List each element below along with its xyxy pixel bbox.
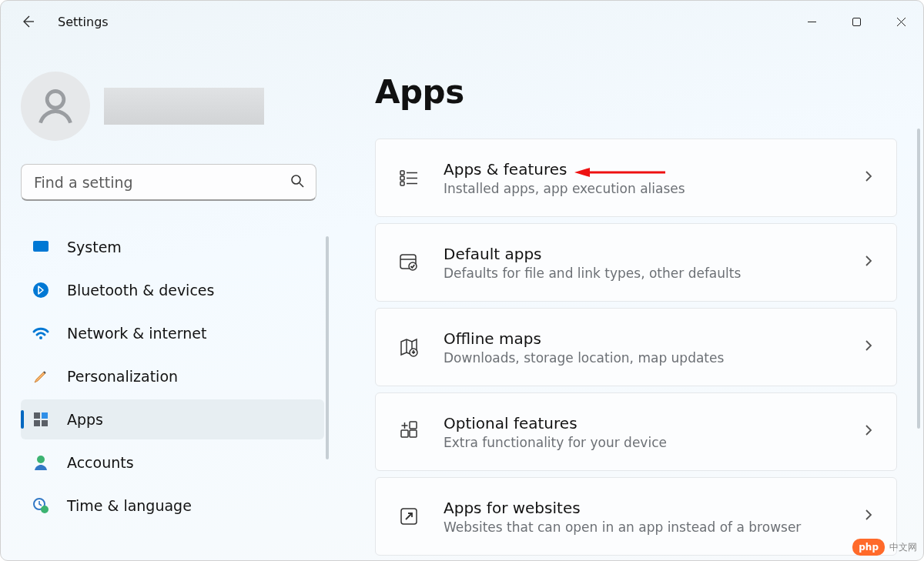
chevron-right-icon bbox=[862, 509, 875, 524]
back-button[interactable] bbox=[19, 13, 36, 30]
app-title: Settings bbox=[58, 15, 109, 29]
card-title: Apps for websites bbox=[444, 499, 839, 517]
card-subtitle: Websites that can open in an app instead… bbox=[444, 519, 839, 535]
card-offline-maps[interactable]: Offline maps Downloads, storage location… bbox=[375, 308, 897, 386]
card-subtitle: Downloads, storage location, map updates bbox=[444, 350, 839, 366]
sidebar-item-bluetooth[interactable]: Bluetooth & devices bbox=[21, 270, 324, 310]
watermark-text: 中文网 bbox=[889, 541, 917, 554]
content-body: System Bluetooth & devices Network & int… bbox=[1, 1, 923, 560]
card-body: Default apps Defaults for file and link … bbox=[444, 245, 839, 281]
sidebar: System Bluetooth & devices Network & int… bbox=[1, 55, 332, 560]
apps-icon bbox=[32, 410, 50, 429]
maximize-button[interactable] bbox=[834, 6, 879, 37]
card-body: Optional features Extra functionality fo… bbox=[444, 414, 839, 450]
bluetooth-icon bbox=[32, 281, 50, 299]
watermark: php 中文网 bbox=[852, 539, 917, 556]
svg-rect-19 bbox=[400, 171, 404, 175]
card-apps-and-features[interactable]: Apps & features Installed apps, app exec… bbox=[375, 139, 897, 217]
sidebar-item-label: Network & internet bbox=[67, 325, 206, 342]
optional-features-icon bbox=[397, 420, 420, 443]
card-title: Offline maps bbox=[444, 329, 839, 348]
accounts-icon bbox=[32, 453, 50, 472]
svg-rect-14 bbox=[34, 420, 40, 426]
sidebar-item-apps[interactable]: Apps bbox=[21, 399, 324, 439]
sidebar-item-accounts[interactable]: Accounts bbox=[21, 442, 324, 483]
svg-line-7 bbox=[300, 183, 303, 187]
default-apps-icon bbox=[397, 251, 420, 274]
settings-cards: Apps & features Installed apps, app exec… bbox=[375, 139, 897, 556]
svg-point-16 bbox=[37, 456, 45, 463]
card-body: Apps for websites Websites that can open… bbox=[444, 499, 839, 535]
card-title: Optional features bbox=[444, 414, 839, 432]
page-title: Apps bbox=[375, 73, 897, 111]
header: Settings bbox=[1, 1, 109, 42]
card-optional-features[interactable]: Optional features Extra functionality fo… bbox=[375, 392, 897, 471]
sidebar-item-label: Accounts bbox=[67, 454, 134, 471]
svg-point-5 bbox=[47, 92, 64, 109]
sidebar-scrollbar[interactable] bbox=[326, 236, 329, 459]
titlebar bbox=[1, 1, 923, 42]
profile-section[interactable] bbox=[21, 72, 324, 141]
main-panel: Apps Apps & features Installed apps, app… bbox=[332, 55, 923, 560]
search-icon bbox=[290, 174, 304, 191]
apps-features-icon bbox=[397, 166, 420, 189]
sidebar-item-label: Apps bbox=[67, 411, 103, 428]
card-subtitle: Extra functionality for your device bbox=[444, 435, 839, 450]
card-default-apps[interactable]: Default apps Defaults for file and link … bbox=[375, 223, 897, 302]
sidebar-item-system[interactable]: System bbox=[21, 227, 324, 267]
watermark-badge: php bbox=[852, 539, 885, 556]
apps-websites-icon bbox=[397, 505, 420, 528]
sidebar-item-label: Personalization bbox=[67, 368, 178, 385]
svg-rect-13 bbox=[42, 412, 48, 419]
sidebar-item-label: Bluetooth & devices bbox=[67, 282, 214, 299]
main-scrollbar[interactable] bbox=[917, 129, 920, 429]
card-subtitle: Defaults for file and link types, other … bbox=[444, 265, 839, 281]
svg-point-6 bbox=[292, 175, 300, 184]
avatar bbox=[21, 72, 90, 141]
svg-rect-31 bbox=[401, 430, 408, 437]
chevron-right-icon bbox=[862, 339, 875, 355]
chevron-right-icon bbox=[862, 424, 875, 439]
card-body: Apps & features Installed apps, app exec… bbox=[444, 160, 839, 196]
card-body: Offline maps Downloads, storage location… bbox=[444, 329, 839, 366]
sidebar-item-label: System bbox=[67, 239, 122, 255]
card-subtitle: Installed apps, app execution aliases bbox=[444, 181, 839, 196]
minimize-button[interactable] bbox=[789, 6, 834, 37]
clock-globe-icon bbox=[32, 496, 50, 515]
wifi-icon bbox=[32, 324, 50, 342]
card-title: Apps & features bbox=[444, 160, 839, 179]
brush-icon bbox=[32, 367, 50, 386]
system-icon bbox=[32, 238, 50, 256]
chevron-right-icon bbox=[862, 170, 875, 185]
sidebar-item-network[interactable]: Network & internet bbox=[21, 313, 324, 353]
sidebar-item-personalization[interactable]: Personalization bbox=[21, 356, 324, 396]
sidebar-item-time-language[interactable]: Time & language bbox=[21, 486, 324, 526]
search-input[interactable] bbox=[21, 164, 316, 201]
svg-point-18 bbox=[41, 506, 49, 513]
svg-rect-32 bbox=[410, 430, 417, 437]
card-title: Default apps bbox=[444, 245, 839, 263]
svg-rect-15 bbox=[42, 420, 48, 426]
svg-rect-21 bbox=[400, 182, 404, 185]
close-button[interactable] bbox=[879, 6, 923, 37]
svg-point-11 bbox=[39, 336, 42, 339]
settings-window: Settings System bbox=[0, 0, 924, 561]
svg-rect-12 bbox=[34, 412, 40, 419]
sidebar-nav: System Bluetooth & devices Network & int… bbox=[21, 227, 324, 526]
svg-rect-33 bbox=[410, 422, 417, 429]
card-apps-for-websites[interactable]: Apps for websites Websites that can open… bbox=[375, 477, 897, 556]
svg-point-10 bbox=[33, 282, 49, 298]
svg-rect-8 bbox=[33, 241, 49, 252]
sidebar-item-label: Time & language bbox=[67, 497, 192, 514]
account-name-redacted bbox=[104, 88, 264, 125]
search-wrap bbox=[21, 164, 316, 201]
svg-rect-1 bbox=[852, 18, 860, 25]
chevron-right-icon bbox=[862, 255, 875, 270]
offline-maps-icon bbox=[397, 336, 420, 359]
svg-rect-20 bbox=[400, 176, 404, 180]
